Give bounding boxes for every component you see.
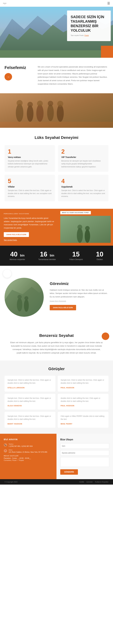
reviewer-name-4: PAUL HODSON [61,405,106,406]
contact-email-input[interactable] [60,450,109,456]
contact-left: Bİzİ ARAYIN 📞 Telefon 1 (234) 567-891, 1… [0,434,56,479]
personalized-section: PERSONALIZED VACATIONS Lüks Yunanistan'd… [0,209,113,246]
contact-address-row: 📍 Adres 121 Rock Caldesi, 21 Bohon, New … [4,449,53,453]
contact-message-input[interactable] [60,457,109,467]
reviews-grid: Sample text. Click to select the text bo… [5,376,108,428]
reviewer-name-2: PAUL HUDSON [61,387,106,388]
luxury-grid: 1 Varış noktası Seyahat etmek istediğini… [5,145,108,202]
unique-section: Benzersiz Seyahat Etiam vel minimum aliq… [0,326,113,360]
stat-unit-label-1: bin [20,254,25,257]
orange-circle-right [102,332,109,340]
personalized-button[interactable]: DAHA FAZLA BİLGİ EDİN [4,232,29,237]
stat-unit-label-2: bin [50,254,54,257]
footer-link-2[interactable]: Çerezler [86,481,93,483]
contact-right: Bize Ulaşın GÖNDERİN [56,434,113,479]
footer-copyright: © Copyright 2023 [5,481,18,483]
stat-number-1: 40 [10,250,19,258]
review-card-4: double click to start editing the text. … [58,394,109,410]
personalized-left: PERSONALIZED VACATIONS Lüks Yunanistan'd… [0,209,58,246]
svg-point-11 [37,101,43,106]
luxury-card-text-5: Sample text. Click to select the text bo… [8,189,52,198]
review-text-1: Sample text. Click to select the text bo… [8,379,52,385]
reviews-section: Görüşler Sample text. Click to select th… [0,360,113,434]
philosophy-right: We are a team of tourist specialists pas… [38,65,108,86]
mission-section: Görevimiz Habitant morbi tristique senec… [0,266,113,326]
menu-icon[interactable]: ☰ [107,2,110,5]
philosophy-left: Felsefemiz → [5,65,32,80]
review-text-3: Sample text. Click to select the text bo… [8,397,52,403]
svg-point-10 [36,104,43,122]
white-circle-accent [3,270,11,278]
stat-label-1: Memnun müşteriler [10,258,25,260]
luxury-section: Lüks Seyahat Deneyimi 1 Varış noktası Se… [0,128,113,209]
mission-content: Görevimiz Habitant morbi tristique senec… [50,281,108,310]
hero-section: SADECE SİZİN İÇİN TASARLANMIŞ BENZERSİZ … [0,7,113,58]
personalized-right: WHAT IS YOUR VACATIONS TYPE? [58,209,113,246]
review-card-2: Sample text. Click to select the text bo… [58,376,109,392]
luxury-number-2: 2 [61,148,105,154]
stat-item-3: 15 Yılların Deneyimi [69,251,83,260]
address-label: Adres [9,449,47,451]
footer-links: Gizlilik Çerezler Kullanım Koşulları [79,481,108,483]
svg-point-21 [85,226,90,230]
stats-section: 40 bin Memnun müşteriler 16 bin Tamamlan… [0,246,113,266]
contact-right-title: Bize Ulaşın [60,438,109,441]
reviews-title: Görüşler [5,366,108,371]
svg-rect-16 [0,122,113,128]
reviewer-name-1: STELLA LARSSON [8,387,52,388]
hours-value: Pazartesi - Cuma: __10:00 - 20:00__ [4,457,53,459]
address-details: Adres 121 Rock Caldesi, 21 Bohon, New Yo… [9,449,47,453]
stat-number-2: 16 [40,250,49,258]
luxury-card-title-1: Varış noktası [8,156,52,158]
personalized-image [60,216,111,244]
svg-point-15 [57,101,63,107]
phone-icon: 📞 [4,443,7,447]
hours-value2: Cumartesi, Pazar — Kapalı [4,460,53,461]
mission-image [5,278,44,317]
hero-link[interactable]: Frenk [85,34,89,36]
reviewer-name-6: MIKE PERRY [61,423,106,425]
svg-point-7 [17,100,23,106]
stat-item-1: 40 bin Memnun müşteriler [10,251,25,260]
luxury-card-2: 2 VIP Transferler Benzersiz bir deneyim … [58,145,108,172]
mission-button[interactable]: DAHA FAZLA BİLGİ EDİN [50,305,76,310]
personalized-tag: PERSONALIZED VACATIONS [4,213,54,214]
contact-section: Bİzİ ARAYIN 📞 Telefon 1 (234) 567-891, 1… [0,434,113,479]
stat-item-2: 16 bin Tamamlanan teknikler [38,251,56,260]
luxury-card-4: 4 Uygulamak Sample text. Click to select… [58,175,108,201]
contact-send-button[interactable]: GÖNDERİN [60,469,78,475]
reviewer-name-5: MARIT HUDSON [8,423,52,425]
luxury-number-1: 1 [8,148,52,154]
svg-point-6 [16,104,23,122]
orange-circle-btn[interactable]: → [5,73,12,80]
arrow-icon: → [7,75,10,78]
svg-point-13 [48,101,53,106]
contact-left-title: Bİzİ ARAYIN [4,438,53,441]
svg-point-19 [77,225,82,230]
personalized-link[interactable]: Tam reçete Frenk. [4,239,17,241]
luxury-card-text-1: Seyahat etmek istediğiniz ülkeyi tercih … [8,160,52,168]
address-value: 121 Rock Caldesi, 21 Bohon, New York, NY… [9,451,47,453]
footer-link-1[interactable]: Gizlilik [79,481,84,483]
mission-title: Görevimiz [50,281,108,286]
philosophy-section: Felsefemiz → We are a team of tourist sp… [0,58,113,93]
address-icon: 📍 [4,449,7,452]
phone-details: Telefon 1 (234) 567-891, 1(234) 987-654 [9,443,33,447]
svg-point-9 [27,102,33,107]
review-text-2: Sample text. Click to select the text bo… [61,379,106,385]
hero-subtitle: Tam reçete Frenk. Frenk [71,34,107,36]
hero-card: SADECE SİZİN İÇİN TASARLANMIŞ BENZERSİZ … [67,10,111,41]
footer-link-3[interactable]: Kullanım Koşulları [95,481,108,483]
stat-label-4: Ödülleri [96,258,103,260]
review-card-5: Sample text. Click to select the text bo… [5,412,55,428]
contact-name-input[interactable] [60,443,109,449]
mission-image-credit[interactable]: Image from Ocenecek [50,300,108,302]
philosophy-text: We are a team of tourist specialists pas… [38,65,108,86]
mission-text: Habitant morbi tristique senectus et. Ne… [50,288,108,298]
luxury-number-4: 4 [61,178,105,184]
review-card-1: Sample text. Click to select the text bo… [5,376,55,392]
philosophy-title: Felsefemiz [5,65,32,70]
hero-title: SADECE SİZİN İÇİN TASARLANMIŞ BENZERSİZ … [71,15,107,33]
stat-number-3: 15 [72,250,80,258]
luxury-card-1: 1 Varış noktası Seyahat etmek istediğini… [5,145,55,172]
